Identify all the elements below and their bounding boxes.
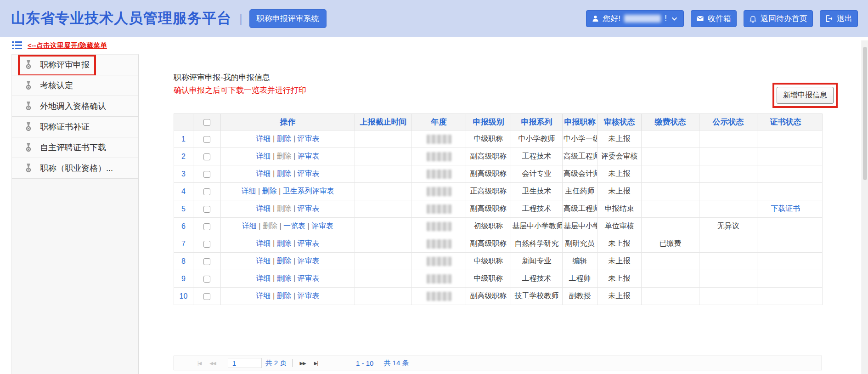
inbox-label: 收件箱	[708, 13, 731, 24]
row-checkbox[interactable]	[203, 136, 210, 143]
cell-operations: 详细 | 删除 | 评审表	[221, 148, 355, 165]
cell-year	[412, 200, 466, 218]
user-menu-button[interactable]: 您好!!	[586, 10, 684, 27]
cell-declare-title: 高级会计师	[563, 165, 597, 183]
cell-certificate-status	[757, 235, 814, 253]
delete-link[interactable]: 删除	[277, 239, 292, 247]
cell-declare-series: 卫生技术	[511, 183, 563, 200]
last-page-button[interactable]: ▶|	[310, 361, 322, 366]
sidebar-item[interactable]: 自主评聘证书下载	[12, 137, 138, 158]
review-form-link[interactable]: 评审表	[311, 222, 333, 230]
review-form-link[interactable]: 评审表	[298, 257, 320, 265]
table-row: 9详细 | 删除 | 评审表中级职称工程技术工程师未上报	[174, 270, 823, 288]
review-form-link[interactable]: 评审表	[298, 170, 320, 177]
detail-link[interactable]: 详细	[256, 170, 271, 177]
row-checkbox[interactable]	[203, 206, 210, 213]
cell-report-deadline	[355, 165, 412, 183]
cell-audit-status: 单位审核	[597, 218, 642, 235]
cell-checkbox	[193, 288, 221, 305]
cell-declare-series: 工程技术	[511, 270, 563, 288]
cell-operations: 详细 | 删除 | 评审表	[221, 288, 355, 305]
menu-toggle-icon[interactable]	[11, 40, 23, 51]
back-home-button[interactable]: 返回待办首页	[744, 10, 813, 27]
sidebar-item-label: 职称证书补证	[40, 121, 90, 132]
sidebar-item[interactable]: 外地调入资格确认	[12, 96, 138, 117]
detail-link[interactable]: 详细	[256, 204, 271, 212]
redacted-year	[427, 239, 451, 249]
row-checkbox[interactable]	[203, 241, 210, 248]
scrollbar-track[interactable]	[862, 40, 868, 374]
cell-declare-level: 中级职称	[466, 253, 511, 270]
table-row: 1详细 | 删除 | 评审表中级职称中小学教师中小学一级未上报	[174, 130, 823, 148]
cell-declare-series: 工程技术	[511, 148, 563, 165]
health-series-review-form-link[interactable]: 卫生系列评审表	[283, 187, 334, 195]
row-checkbox[interactable]	[203, 293, 210, 300]
detail-link[interactable]: 详细	[241, 187, 256, 195]
cell-year	[412, 270, 466, 288]
review-form-link[interactable]: 评审表	[298, 135, 320, 142]
cell-checkbox	[193, 218, 221, 235]
delete-link[interactable]: 删除	[277, 135, 292, 142]
row-checkbox[interactable]	[203, 153, 210, 160]
sidebar-item[interactable]: 职称证书补证	[12, 117, 138, 137]
sidebar-item-label: 外地调入资格确认	[40, 101, 106, 112]
cell-declare-series: 自然科学研究	[511, 235, 563, 253]
cell-year	[412, 130, 466, 148]
add-declaration-button[interactable]: 新增申报信息	[777, 87, 834, 104]
sidebar-item[interactable]: 职称评审申报	[12, 55, 138, 75]
cell-trailing	[814, 235, 823, 253]
cell-audit-status: 评委会审核	[597, 148, 642, 165]
delete-link[interactable]: 删除	[277, 170, 292, 177]
menu-toggle-link[interactable]: <--点击这里展开/隐藏菜单	[28, 41, 107, 50]
cell-report-deadline	[355, 288, 412, 305]
detail-link[interactable]: 详细	[256, 274, 271, 282]
sidebar-item[interactable]: 职称（职业资格）...	[12, 158, 138, 179]
detail-link[interactable]: 详细	[256, 292, 271, 300]
next-page-button[interactable]: ▶▶	[295, 361, 310, 366]
cell-publicity-status	[699, 165, 757, 183]
review-form-link[interactable]: 评审表	[298, 204, 320, 212]
row-checkbox[interactable]	[203, 258, 210, 265]
notice-text: 确认申报之后可下载一览表并进行打印	[174, 85, 306, 96]
redacted-year	[427, 152, 451, 161]
cell-certificate-status	[757, 253, 814, 270]
row-checkbox[interactable]	[203, 188, 210, 195]
detail-link[interactable]: 详细	[256, 135, 271, 142]
delete-link[interactable]: 删除	[262, 187, 277, 195]
system-badge-button[interactable]: 职称申报评审系统	[249, 9, 327, 28]
first-page-button[interactable]: |◀	[193, 361, 205, 366]
download-certificate-link[interactable]: 下载证书	[771, 204, 800, 212]
cell-certificate-status	[757, 218, 814, 235]
scrollbar-thumb[interactable]	[863, 47, 867, 180]
row-checkbox[interactable]	[203, 171, 210, 178]
cell-report-deadline	[355, 183, 412, 200]
col-declare-series: 申报系列	[511, 114, 563, 130]
detail-link[interactable]: 详细	[256, 257, 271, 265]
page-title: 职称评审申报-我的申报信息	[174, 72, 270, 83]
delete-link[interactable]: 删除	[277, 257, 292, 265]
op-separator: |	[292, 257, 298, 265]
review-form-link[interactable]: 评审表	[298, 292, 320, 300]
page-input[interactable]	[228, 358, 262, 368]
inbox-button[interactable]: 收件箱	[691, 10, 737, 27]
cell-checkbox	[193, 235, 221, 253]
delete-link[interactable]: 删除	[277, 274, 292, 282]
header-actions: 您好!! 收件箱 返回待办首页 退出	[586, 10, 858, 27]
row-checkbox[interactable]	[203, 276, 210, 283]
detail-link[interactable]: 详细	[256, 239, 271, 247]
review-form-link[interactable]: 评审表	[298, 152, 320, 160]
sidebar-item[interactable]: 考核认定	[12, 75, 138, 96]
col-declare-level: 申报级别	[466, 114, 511, 130]
logout-button[interactable]: 退出	[820, 10, 858, 27]
detail-link[interactable]: 详细	[256, 152, 271, 160]
brand-row: 山东省专业技术人员管理服务平台 | 职称申报评审系统	[11, 9, 327, 28]
sidebar: 职称评审申报考核认定外地调入资格确认职称证书补证自主评聘证书下载职称（职业资格）…	[11, 54, 139, 374]
review-form-link[interactable]: 评审表	[298, 274, 320, 282]
row-checkbox[interactable]	[203, 223, 210, 230]
prev-page-button[interactable]: ◀◀	[205, 361, 220, 366]
select-all-checkbox[interactable]	[203, 119, 210, 126]
overview-list-link[interactable]: 一览表	[283, 222, 305, 230]
delete-link[interactable]: 删除	[277, 292, 292, 300]
detail-link[interactable]: 详细	[242, 222, 257, 230]
review-form-link[interactable]: 评审表	[298, 239, 320, 247]
